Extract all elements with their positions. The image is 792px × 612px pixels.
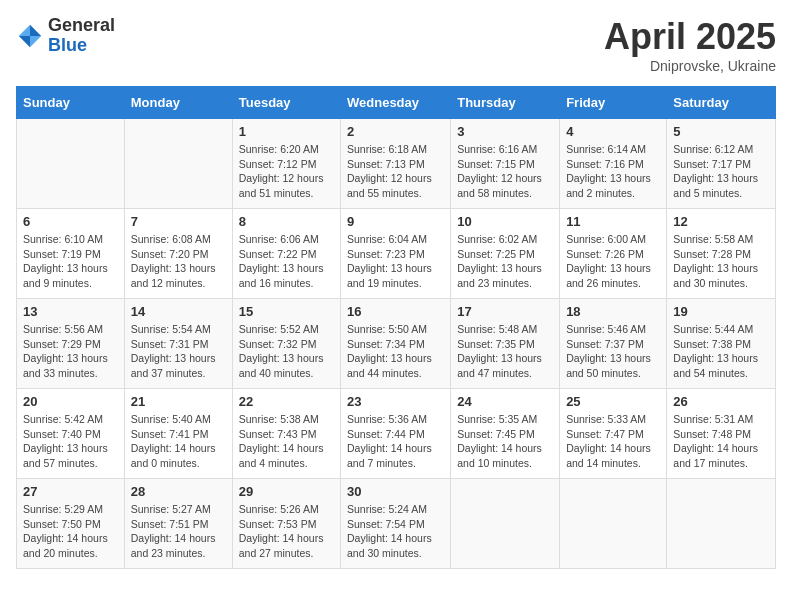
logo-blue-text: Blue (48, 36, 115, 56)
week-row-2: 6Sunrise: 6:10 AM Sunset: 7:19 PM Daylig… (17, 209, 776, 299)
day-info-1: Sunrise: 6:20 AM Sunset: 7:12 PM Dayligh… (239, 142, 334, 201)
day-info-25: Sunrise: 5:33 AM Sunset: 7:47 PM Dayligh… (566, 412, 660, 471)
day-info-28: Sunrise: 5:27 AM Sunset: 7:51 PM Dayligh… (131, 502, 226, 561)
day-info-8: Sunrise: 6:06 AM Sunset: 7:22 PM Dayligh… (239, 232, 334, 291)
cell-4-1: 28Sunrise: 5:27 AM Sunset: 7:51 PM Dayli… (124, 479, 232, 569)
day-info-11: Sunrise: 6:00 AM Sunset: 7:26 PM Dayligh… (566, 232, 660, 291)
day-info-10: Sunrise: 6:02 AM Sunset: 7:25 PM Dayligh… (457, 232, 553, 291)
cell-4-2: 29Sunrise: 5:26 AM Sunset: 7:53 PM Dayli… (232, 479, 340, 569)
cell-4-3: 30Sunrise: 5:24 AM Sunset: 7:54 PM Dayli… (341, 479, 451, 569)
cell-2-6: 19Sunrise: 5:44 AM Sunset: 7:38 PM Dayli… (667, 299, 776, 389)
day-info-16: Sunrise: 5:50 AM Sunset: 7:34 PM Dayligh… (347, 322, 444, 381)
cell-4-4 (451, 479, 560, 569)
day-info-7: Sunrise: 6:08 AM Sunset: 7:20 PM Dayligh… (131, 232, 226, 291)
logo-icon (16, 22, 44, 50)
day-info-13: Sunrise: 5:56 AM Sunset: 7:29 PM Dayligh… (23, 322, 118, 381)
day-info-6: Sunrise: 6:10 AM Sunset: 7:19 PM Dayligh… (23, 232, 118, 291)
cell-1-1: 7Sunrise: 6:08 AM Sunset: 7:20 PM Daylig… (124, 209, 232, 299)
cell-3-6: 26Sunrise: 5:31 AM Sunset: 7:48 PM Dayli… (667, 389, 776, 479)
cell-1-0: 6Sunrise: 6:10 AM Sunset: 7:19 PM Daylig… (17, 209, 125, 299)
cell-1-3: 9Sunrise: 6:04 AM Sunset: 7:23 PM Daylig… (341, 209, 451, 299)
day-number-4: 4 (566, 124, 660, 139)
calendar-table: Sunday Monday Tuesday Wednesday Thursday… (16, 86, 776, 569)
day-number-17: 17 (457, 304, 553, 319)
header: General Blue April 2025 Dniprovske, Ukra… (16, 16, 776, 74)
cell-3-4: 24Sunrise: 5:35 AM Sunset: 7:45 PM Dayli… (451, 389, 560, 479)
cell-4-0: 27Sunrise: 5:29 AM Sunset: 7:50 PM Dayli… (17, 479, 125, 569)
day-info-24: Sunrise: 5:35 AM Sunset: 7:45 PM Dayligh… (457, 412, 553, 471)
day-info-4: Sunrise: 6:14 AM Sunset: 7:16 PM Dayligh… (566, 142, 660, 201)
day-number-7: 7 (131, 214, 226, 229)
day-number-5: 5 (673, 124, 769, 139)
day-number-23: 23 (347, 394, 444, 409)
cell-4-6 (667, 479, 776, 569)
cell-0-0 (17, 119, 125, 209)
cell-1-2: 8Sunrise: 6:06 AM Sunset: 7:22 PM Daylig… (232, 209, 340, 299)
day-number-28: 28 (131, 484, 226, 499)
day-number-24: 24 (457, 394, 553, 409)
day-number-8: 8 (239, 214, 334, 229)
cell-3-3: 23Sunrise: 5:36 AM Sunset: 7:44 PM Dayli… (341, 389, 451, 479)
cell-0-3: 2Sunrise: 6:18 AM Sunset: 7:13 PM Daylig… (341, 119, 451, 209)
header-sunday: Sunday (17, 87, 125, 119)
header-monday: Monday (124, 87, 232, 119)
day-info-15: Sunrise: 5:52 AM Sunset: 7:32 PM Dayligh… (239, 322, 334, 381)
day-info-19: Sunrise: 5:44 AM Sunset: 7:38 PM Dayligh… (673, 322, 769, 381)
cell-2-1: 14Sunrise: 5:54 AM Sunset: 7:31 PM Dayli… (124, 299, 232, 389)
day-number-30: 30 (347, 484, 444, 499)
day-number-19: 19 (673, 304, 769, 319)
header-wednesday: Wednesday (341, 87, 451, 119)
cell-2-0: 13Sunrise: 5:56 AM Sunset: 7:29 PM Dayli… (17, 299, 125, 389)
week-row-3: 13Sunrise: 5:56 AM Sunset: 7:29 PM Dayli… (17, 299, 776, 389)
day-info-27: Sunrise: 5:29 AM Sunset: 7:50 PM Dayligh… (23, 502, 118, 561)
cell-1-6: 12Sunrise: 5:58 AM Sunset: 7:28 PM Dayli… (667, 209, 776, 299)
day-info-5: Sunrise: 6:12 AM Sunset: 7:17 PM Dayligh… (673, 142, 769, 201)
location-subtitle: Dniprovske, Ukraine (604, 58, 776, 74)
calendar-header: Sunday Monday Tuesday Wednesday Thursday… (17, 87, 776, 119)
day-number-18: 18 (566, 304, 660, 319)
week-row-5: 27Sunrise: 5:29 AM Sunset: 7:50 PM Dayli… (17, 479, 776, 569)
calendar-body: 1Sunrise: 6:20 AM Sunset: 7:12 PM Daylig… (17, 119, 776, 569)
month-title: April 2025 (604, 16, 776, 58)
day-number-22: 22 (239, 394, 334, 409)
day-number-21: 21 (131, 394, 226, 409)
svg-marker-0 (30, 25, 41, 36)
title-area: April 2025 Dniprovske, Ukraine (604, 16, 776, 74)
cell-3-0: 20Sunrise: 5:42 AM Sunset: 7:40 PM Dayli… (17, 389, 125, 479)
day-number-13: 13 (23, 304, 118, 319)
cell-3-1: 21Sunrise: 5:40 AM Sunset: 7:41 PM Dayli… (124, 389, 232, 479)
day-number-20: 20 (23, 394, 118, 409)
day-info-23: Sunrise: 5:36 AM Sunset: 7:44 PM Dayligh… (347, 412, 444, 471)
cell-3-5: 25Sunrise: 5:33 AM Sunset: 7:47 PM Dayli… (560, 389, 667, 479)
logo-general-text: General (48, 16, 115, 36)
day-number-29: 29 (239, 484, 334, 499)
day-number-14: 14 (131, 304, 226, 319)
cell-2-2: 15Sunrise: 5:52 AM Sunset: 7:32 PM Dayli… (232, 299, 340, 389)
cell-0-6: 5Sunrise: 6:12 AM Sunset: 7:17 PM Daylig… (667, 119, 776, 209)
day-number-16: 16 (347, 304, 444, 319)
cell-0-2: 1Sunrise: 6:20 AM Sunset: 7:12 PM Daylig… (232, 119, 340, 209)
cell-2-5: 18Sunrise: 5:46 AM Sunset: 7:37 PM Dayli… (560, 299, 667, 389)
day-number-26: 26 (673, 394, 769, 409)
svg-marker-1 (19, 25, 30, 36)
cell-1-5: 11Sunrise: 6:00 AM Sunset: 7:26 PM Dayli… (560, 209, 667, 299)
svg-marker-3 (30, 36, 41, 47)
day-number-12: 12 (673, 214, 769, 229)
day-info-2: Sunrise: 6:18 AM Sunset: 7:13 PM Dayligh… (347, 142, 444, 201)
cell-4-5 (560, 479, 667, 569)
day-info-26: Sunrise: 5:31 AM Sunset: 7:48 PM Dayligh… (673, 412, 769, 471)
day-info-14: Sunrise: 5:54 AM Sunset: 7:31 PM Dayligh… (131, 322, 226, 381)
day-info-12: Sunrise: 5:58 AM Sunset: 7:28 PM Dayligh… (673, 232, 769, 291)
day-number-6: 6 (23, 214, 118, 229)
svg-marker-2 (19, 36, 30, 47)
cell-1-4: 10Sunrise: 6:02 AM Sunset: 7:25 PM Dayli… (451, 209, 560, 299)
day-info-30: Sunrise: 5:24 AM Sunset: 7:54 PM Dayligh… (347, 502, 444, 561)
cell-2-4: 17Sunrise: 5:48 AM Sunset: 7:35 PM Dayli… (451, 299, 560, 389)
header-row: Sunday Monday Tuesday Wednesday Thursday… (17, 87, 776, 119)
header-thursday: Thursday (451, 87, 560, 119)
cell-2-3: 16Sunrise: 5:50 AM Sunset: 7:34 PM Dayli… (341, 299, 451, 389)
day-number-11: 11 (566, 214, 660, 229)
day-number-10: 10 (457, 214, 553, 229)
day-number-3: 3 (457, 124, 553, 139)
day-info-17: Sunrise: 5:48 AM Sunset: 7:35 PM Dayligh… (457, 322, 553, 381)
